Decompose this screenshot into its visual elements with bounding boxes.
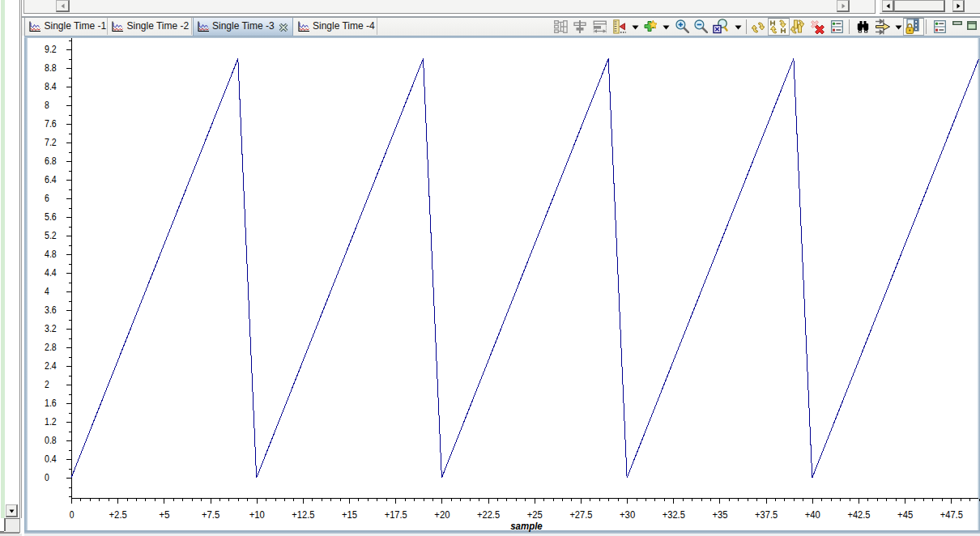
svg-text:2.4: 2.4 — [45, 360, 57, 372]
svg-text:sample: sample — [510, 520, 543, 532]
svg-text:+2.5: +2.5 — [109, 509, 127, 521]
svg-text:0: 0 — [45, 472, 49, 483]
svg-text:6.8: 6.8 — [45, 155, 57, 167]
svg-text:4: 4 — [45, 286, 49, 297]
svg-text:+5: +5 — [159, 509, 169, 521]
svg-text:6.4: 6.4 — [45, 174, 57, 185]
svg-text:0.4: 0.4 — [45, 453, 57, 465]
svg-text:0.8: 0.8 — [45, 435, 57, 446]
svg-text:+10: +10 — [249, 509, 265, 521]
svg-text:+45: +45 — [897, 509, 913, 521]
svg-text:+12.5: +12.5 — [292, 509, 314, 521]
svg-text:7.2: 7.2 — [45, 137, 57, 148]
svg-text:+35: +35 — [712, 509, 727, 521]
svg-text:5.6: 5.6 — [45, 211, 57, 223]
svg-text:6: 6 — [45, 193, 49, 204]
svg-text:5.2: 5.2 — [45, 230, 57, 241]
svg-text:4.8: 4.8 — [45, 249, 57, 260]
svg-text:+22.5: +22.5 — [477, 509, 500, 521]
svg-text:8.4: 8.4 — [45, 81, 57, 92]
svg-text:8: 8 — [45, 100, 49, 111]
svg-text:+37.5: +37.5 — [755, 509, 778, 521]
svg-text:7.6: 7.6 — [45, 118, 57, 130]
svg-text:+30: +30 — [620, 509, 635, 521]
svg-text:+15: +15 — [342, 509, 357, 521]
svg-text:2: 2 — [45, 379, 49, 390]
svg-text:+7.5: +7.5 — [202, 509, 219, 521]
svg-text:3.2: 3.2 — [45, 323, 57, 334]
svg-text:+17.5: +17.5 — [385, 509, 407, 521]
svg-text:+47.5: +47.5 — [940, 509, 963, 521]
svg-text:+32.5: +32.5 — [663, 509, 685, 521]
svg-text:+40: +40 — [805, 509, 820, 521]
svg-text:+42.5: +42.5 — [847, 509, 870, 521]
svg-text:3.6: 3.6 — [45, 304, 57, 316]
svg-text:4.4: 4.4 — [45, 267, 57, 279]
svg-text:1.6: 1.6 — [45, 398, 57, 409]
svg-text:9.2: 9.2 — [45, 44, 57, 55]
svg-text:2.8: 2.8 — [45, 342, 57, 353]
svg-text:+25: +25 — [527, 509, 543, 521]
svg-text:+20: +20 — [434, 509, 450, 521]
svg-text:8.8: 8.8 — [45, 62, 57, 74]
svg-text:+27.5: +27.5 — [569, 509, 592, 521]
svg-text:1.2: 1.2 — [45, 416, 57, 428]
svg-text:0: 0 — [70, 509, 75, 521]
